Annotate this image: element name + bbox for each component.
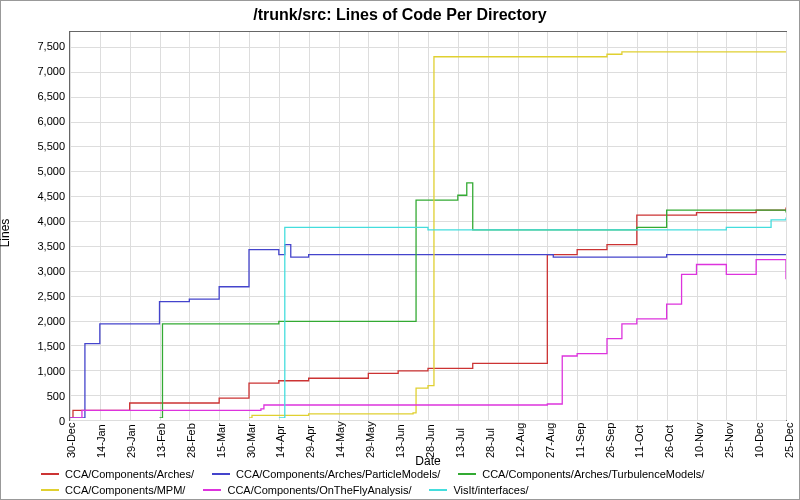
- plot-row: Lines 05001,0001,5002,0002,5003,0003,500…: [1, 31, 799, 421]
- x-tick: 29-Apr: [304, 425, 316, 458]
- y-tick: 2,500: [37, 290, 65, 302]
- x-tick: 14-May: [334, 421, 346, 458]
- y-tick: 7,000: [37, 65, 65, 77]
- x-tick: 30-Dec: [65, 423, 77, 458]
- legend-label: CCA/Components/Arches/: [65, 468, 194, 480]
- y-tick: 2,000: [37, 315, 65, 327]
- legend-item: CCA/Components/Arches/ParticleModels/: [212, 468, 440, 480]
- legend-item: CCA/Components/OnTheFlyAnalysis/: [203, 484, 411, 496]
- x-tick: 10-Dec: [753, 423, 765, 458]
- x-axis: Date 30-Dec14-Jan29-Jan13-Feb28-Feb15-Ma…: [69, 421, 787, 466]
- x-tick: 29-Jan: [125, 424, 137, 458]
- y-tick: 1,000: [37, 365, 65, 377]
- x-tick: 15-Mar: [215, 423, 227, 458]
- legend-swatch: [429, 489, 447, 491]
- y-tick: 6,500: [37, 90, 65, 102]
- y-tick: 4,500: [37, 190, 65, 202]
- legend-label: VisIt/interfaces/: [453, 484, 528, 496]
- y-tick: 3,500: [37, 240, 65, 252]
- series-line: [279, 218, 786, 418]
- xaxis-row: Date 30-Dec14-Jan29-Jan13-Feb28-Feb15-Ma…: [1, 421, 799, 466]
- legend-label: CCA/Components/MPM/: [65, 484, 185, 496]
- legend-label: CCA/Components/OnTheFlyAnalysis/: [227, 484, 411, 496]
- legend-label: CCA/Components/Arches/TurbulenceModels/: [482, 468, 704, 480]
- y-tick: 5,500: [37, 140, 65, 152]
- x-tick: 30-Mar: [245, 423, 257, 458]
- y-tick: 3,000: [37, 265, 65, 277]
- x-tick: 25-Nov: [723, 423, 735, 458]
- x-tick: 13-Feb: [155, 423, 167, 458]
- legend-item: CCA/Components/Arches/: [41, 468, 194, 480]
- legend-swatch: [41, 473, 59, 475]
- y-tick: 500: [47, 390, 65, 402]
- y-tick: 1,500: [37, 340, 65, 352]
- chart-title: /trunk/src: Lines of Code Per Directory: [1, 1, 799, 31]
- legend-swatch: [41, 489, 59, 491]
- x-tick: 25-Dec: [783, 423, 795, 458]
- x-tick: 26-Sep: [604, 423, 616, 458]
- chart-container: /trunk/src: Lines of Code Per Directory …: [0, 0, 800, 500]
- gridline-v: [786, 32, 787, 420]
- legend-swatch: [203, 489, 221, 491]
- x-tick: 27-Aug: [544, 423, 556, 458]
- legend-label: CCA/Components/Arches/ParticleModels/: [236, 468, 440, 480]
- x-tick: 11-Oct: [633, 425, 645, 458]
- legend: CCA/Components/Arches/CCA/Components/Arc…: [1, 466, 799, 500]
- legend-item: CCA/Components/MPM/: [41, 484, 185, 496]
- x-tick: 29-May: [364, 421, 376, 458]
- y-axis: 05001,0001,5002,0002,5003,0003,5004,0004…: [23, 31, 69, 421]
- x-tick: 13-Jul: [454, 428, 466, 458]
- y-tick: 5,000: [37, 165, 65, 177]
- legend-item: CCA/Components/Arches/TurbulenceModels/: [458, 468, 704, 480]
- x-tick: 11-Sep: [574, 423, 586, 458]
- x-tick: 28-Jun: [424, 424, 436, 458]
- x-tick: 26-Oct: [663, 425, 675, 458]
- x-tick: 13-Jun: [394, 424, 406, 458]
- x-tick: 10-Nov: [693, 423, 705, 458]
- y-tick: 6,000: [37, 115, 65, 127]
- x-tick: 12-Aug: [514, 423, 526, 458]
- ylabel-wrap: Lines: [1, 31, 23, 421]
- legend-swatch: [212, 473, 230, 475]
- series-line: [70, 245, 786, 418]
- plot-area: [69, 31, 787, 421]
- y-axis-label: Lines: [0, 219, 12, 248]
- x-tick: 28-Feb: [185, 423, 197, 458]
- x-tick: 14-Apr: [274, 425, 286, 458]
- legend-item: VisIt/interfaces/: [429, 484, 528, 496]
- legend-swatch: [458, 473, 476, 475]
- y-tick: 4,000: [37, 215, 65, 227]
- chart-lines-svg: [70, 32, 786, 418]
- x-tick: 14-Jan: [95, 424, 107, 458]
- series-line: [70, 260, 786, 418]
- y-tick: 7,500: [37, 40, 65, 52]
- x-tick: 28-Jul: [484, 428, 496, 458]
